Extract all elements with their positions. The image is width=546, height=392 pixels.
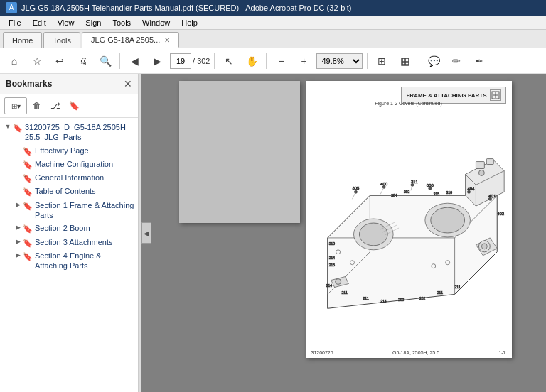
svg-text:404: 404 (467, 187, 475, 191)
toolbar-home-btn[interactable]: ⌂ (4, 51, 24, 71)
svg-line-37 (380, 187, 384, 194)
figure-caption: Figure 1-2 Covers (Continued) (375, 101, 442, 106)
svg-point-4 (430, 207, 464, 233)
bookmark-machine-config[interactable]: ▶ 🔖 Machine Configuration (10, 158, 138, 171)
sidebar-expand-btn[interactable]: ⎇ (47, 97, 64, 114)
svg-line-36 (352, 192, 355, 199)
sidebar-add-btn[interactable]: 🔖 (65, 97, 82, 114)
pdf-footer: 31200725 G5-18A, 2505H, 25.5 1-7 (311, 350, 506, 355)
toolbar-bookmark-btn[interactable]: ☆ (27, 51, 47, 71)
bookmark-section2-icon: 🔖 (23, 224, 33, 234)
svg-text:302: 302 (404, 190, 410, 194)
zoom-select[interactable]: 49.8% (316, 53, 363, 69)
bookmark-section4-toggle[interactable]: ▶ (13, 251, 23, 260)
bookmark-general-label: General Information (35, 173, 104, 183)
menu-file[interactable]: File (3, 17, 27, 28)
menu-window[interactable]: Window (136, 17, 176, 28)
title-bar-text: JLG G5-18A 2505H Telehandler Parts Manua… (21, 4, 351, 12)
pdf-footer-left: 31200725 (311, 350, 333, 355)
bookmark-root-toggle[interactable]: ▼ (3, 123, 13, 131)
bookmark-toc-icon: 🔖 (23, 187, 33, 197)
bookmark-general-info[interactable]: ▶ 🔖 General Information (10, 171, 138, 185)
sidebar-close-button[interactable]: ✕ (124, 78, 132, 89)
bookmark-effectivity[interactable]: ▶ 🔖 Effectivity Page (10, 144, 138, 158)
menu-bar: File Edit View Sign Tools Window Help (0, 16, 546, 30)
svg-point-2 (359, 223, 387, 246)
toolbar-edit-btn[interactable]: ✏ (446, 51, 466, 71)
main-layout: Bookmarks ✕ ⊞▾ 🗑 ⎇ 🔖 ▼ 🔖 31200725_D_G5-1… (0, 74, 546, 392)
toolbar-layout-btn[interactable]: ▦ (395, 51, 414, 71)
svg-text:305: 305 (352, 186, 360, 190)
bookmark-section2-toggle[interactable]: ▶ (13, 224, 23, 232)
pdf-footer-center: G5-18A, 2505H, 25.5 (392, 350, 439, 355)
svg-text:214: 214 (328, 256, 335, 260)
page-total-label: / 302 (193, 57, 210, 65)
svg-text:401: 401 (488, 194, 496, 198)
toolbar-print-btn[interactable]: 🖨 (73, 51, 92, 71)
app-icon: A (6, 2, 17, 13)
menu-sign[interactable]: Sign (80, 17, 107, 28)
toolbar-back-btn[interactable]: ↩ (50, 51, 70, 71)
toolbar-search-btn[interactable]: 🔍 (95, 51, 115, 71)
sidebar-delete-btn[interactable]: 🗑 (28, 97, 46, 114)
pdf-header-box (490, 89, 501, 101)
divider-4 (367, 53, 368, 69)
menu-edit[interactable]: Edit (27, 17, 52, 28)
toolbar-zoom-out-btn[interactable]: − (271, 51, 291, 71)
menu-view[interactable]: View (52, 17, 80, 28)
svg-text:402: 402 (497, 212, 505, 216)
bookmark-toc[interactable]: ▶ 🔖 Table of Contents (10, 185, 138, 198)
bookmark-children: ▶ 🔖 Effectivity Page ▶ 🔖 Machine Configu… (0, 144, 138, 273)
pdf-drawing: 305 400 311 600 404 401 402 214 211 (313, 111, 505, 344)
svg-text:315: 315 (433, 192, 439, 196)
toolbar-zoom-in-btn[interactable]: + (294, 51, 314, 71)
svg-rect-5 (476, 162, 484, 169)
bookmark-root-icon: 🔖 (13, 123, 23, 133)
toolbar-hand-btn[interactable]: ✋ (242, 51, 262, 71)
bookmark-section1-icon: 🔖 (23, 201, 33, 211)
bookmark-section3[interactable]: ▶ 🔖 Section 3 Attachments (10, 236, 138, 249)
bookmark-section1-label: Section 1 Frame & Attaching Parts (35, 200, 135, 221)
svg-text:211: 211 (341, 291, 348, 295)
bookmark-machine-icon: 🔖 (23, 160, 33, 170)
toolbar-fit-btn[interactable]: ⊞ (372, 51, 392, 71)
page-number-input[interactable] (170, 53, 191, 69)
toolbar-sign-btn[interactable]: ✒ (469, 51, 489, 71)
toolbar-comment-btn[interactable]: 💬 (424, 51, 444, 71)
bookmark-section4[interactable]: ▶ 🔖 Section 4 Engine & Attaching Parts (10, 249, 138, 273)
tab-home[interactable]: Home (3, 32, 42, 48)
bookmark-section3-icon: 🔖 (23, 238, 33, 248)
svg-text:310: 310 (328, 242, 335, 246)
tab-close-icon[interactable]: ✕ (164, 36, 170, 44)
svg-text:311: 311 (410, 180, 418, 184)
sidebar: Bookmarks ✕ ⊞▾ 🗑 ⎇ 🔖 ▼ 🔖 31200725_D_G5-1… (0, 74, 139, 392)
tab-tools[interactable]: Tools (43, 32, 80, 48)
bookmark-root-item[interactable]: ▼ 🔖 31200725_D_G5-18A 2505H 25.5_JLG_Par… (0, 121, 138, 144)
menu-help[interactable]: Help (176, 17, 203, 28)
bookmark-effectivity-icon: 🔖 (23, 146, 33, 156)
toolbar-next-btn[interactable]: ▶ (147, 51, 167, 71)
svg-point-7 (478, 170, 484, 175)
svg-text:215: 215 (328, 263, 335, 267)
pdf-page-main: FRAME & ATTACHING PARTS Figure 1-2 Cover… (306, 81, 512, 358)
page-area[interactable]: ◀ FRAME & ATTACHING PARTS (141, 74, 546, 392)
sidebar-collapse-button[interactable]: ◀ (141, 222, 151, 244)
bookmark-section1-toggle[interactable]: ▶ (13, 201, 23, 209)
toolbar-prev-btn[interactable]: ◀ (124, 51, 144, 71)
bookmark-toc-label: Table of Contents (35, 186, 96, 196)
tab-document[interactable]: JLG G5-18A 2505... ✕ (82, 32, 179, 48)
menu-tools[interactable]: Tools (107, 17, 136, 28)
bookmark-section1[interactable]: ▶ 🔖 Section 1 Frame & Attaching Parts (10, 199, 138, 222)
toolbar: ⌂ ☆ ↩ 🖨 🔍 ◀ ▶ / 302 ↖ ✋ − + 49.8% ⊞ ▦ 💬 … (0, 48, 546, 74)
svg-text:214: 214 (326, 284, 332, 288)
bookmark-section2-label: Section 2 Boom (35, 223, 90, 233)
svg-text:202: 202 (419, 297, 425, 300)
bookmark-section2[interactable]: ▶ 🔖 Section 2 Boom (10, 222, 138, 235)
sidebar-content[interactable]: ▼ 🔖 31200725_D_G5-18A 2505H 25.5_JLG_Par… (0, 118, 138, 392)
pdf-pages: FRAME & ATTACHING PARTS Figure 1-2 Cover… (162, 74, 526, 365)
bookmark-section4-label: Section 4 Engine & Attaching Parts (35, 251, 135, 271)
bookmark-tree: ▼ 🔖 31200725_D_G5-18A 2505H 25.5_JLG_Par… (0, 118, 138, 276)
bookmark-section3-toggle[interactable]: ▶ (13, 238, 23, 246)
sidebar-view-btn[interactable]: ⊞▾ (4, 97, 27, 114)
toolbar-arrow-btn[interactable]: ↖ (219, 51, 239, 71)
